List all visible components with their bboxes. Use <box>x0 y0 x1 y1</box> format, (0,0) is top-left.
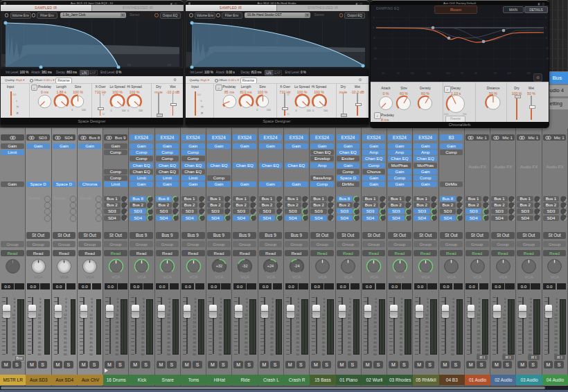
svg-text:0: 0 <box>256 109 258 112</box>
svg-text:-18: -18 <box>545 57 549 60</box>
svg-text:100: 100 <box>122 109 126 112</box>
svg-text:0: 0 <box>111 109 112 112</box>
svg-text:+24: +24 <box>267 264 274 268</box>
svg-text:0: 0 <box>71 109 73 112</box>
svg-text:-32: -32 <box>242 264 248 268</box>
svg-text:0.1: 0.1 <box>190 64 194 66</box>
svg-text:0.3: 0.3 <box>249 64 252 66</box>
svg-text:100: 100 <box>82 109 86 112</box>
svg-text:1K: 1K <box>461 72 464 75</box>
svg-text:-24: -24 <box>294 264 299 268</box>
svg-text:6: 6 <box>545 17 547 19</box>
svg-text:500: 500 <box>446 72 450 75</box>
svg-text:0.9: 0.9 <box>86 64 89 66</box>
svg-text:2K: 2K <box>474 72 478 75</box>
svg-text:200: 200 <box>427 72 431 75</box>
svg-text:100: 100 <box>139 109 143 112</box>
svg-text:20K: 20K <box>526 72 531 75</box>
svg-text:-12: -12 <box>373 47 377 50</box>
svg-text:1.4: 1.4 <box>127 64 131 66</box>
svg-text:0: 0 <box>127 109 129 112</box>
svg-text:6: 6 <box>373 17 375 19</box>
svg-text:0.5: 0.5 <box>308 64 311 66</box>
svg-text:-6: -6 <box>545 37 547 39</box>
svg-text:-18: -18 <box>373 57 377 60</box>
svg-text:-12: -12 <box>545 47 549 50</box>
svg-text:100: 100 <box>266 109 270 112</box>
svg-text:20: 20 <box>382 72 384 75</box>
svg-text:0: 0 <box>312 109 314 112</box>
svg-text:100: 100 <box>306 109 310 112</box>
svg-text:100: 100 <box>323 109 328 112</box>
svg-text:0: 0 <box>295 109 296 112</box>
svg-text:5K: 5K <box>494 72 497 75</box>
svg-text:50: 50 <box>397 72 400 75</box>
svg-text:0.1: 0.1 <box>4 64 8 66</box>
svg-text:1.8: 1.8 <box>168 64 171 66</box>
svg-text:0.5: 0.5 <box>44 64 48 66</box>
svg-text:0: 0 <box>373 26 375 29</box>
svg-text:10K: 10K <box>507 72 512 75</box>
svg-text:-6: -6 <box>373 37 375 39</box>
svg-text:+32: +32 <box>216 264 222 268</box>
svg-text:0.8: 0.8 <box>355 64 358 66</box>
svg-text:0: 0 <box>545 26 547 29</box>
svg-text:100: 100 <box>410 72 414 75</box>
